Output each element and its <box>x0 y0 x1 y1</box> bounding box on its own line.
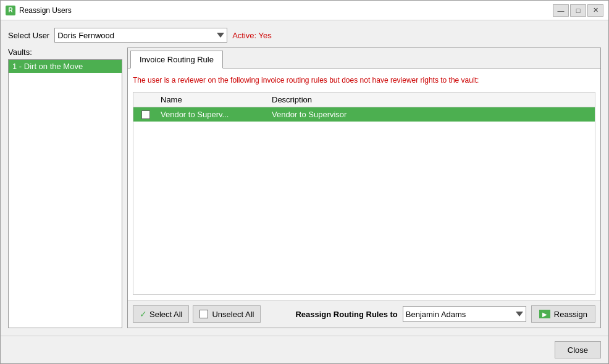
window-close-button[interactable]: ✕ <box>587 4 603 17</box>
user-select-dropdown[interactable]: Doris Fernwood Benjamin Adams <box>54 28 227 43</box>
footer: Close <box>1 336 608 363</box>
row-checkbox-cell <box>133 110 158 119</box>
tab-bar: Invoice Routing Rule <box>128 48 600 68</box>
bottom-buttons: ✓ Select All Unselect All <box>133 305 261 323</box>
reassign-routing-label: Reassign Routing Rules to <box>295 310 397 319</box>
bottom-bar: ✓ Select All Unselect All Reassign Routi… <box>128 300 600 328</box>
active-status: Active: Yes <box>232 31 272 40</box>
unselect-all-button[interactable]: Unselect All <box>193 305 261 323</box>
titlebar: R Reassign Users — □ ✕ <box>1 1 608 20</box>
select-all-button[interactable]: ✓ Select All <box>133 305 189 323</box>
reassign-button[interactable]: Reassign <box>531 305 595 323</box>
row-name: Vendor to Superv... <box>158 110 269 119</box>
tab-content: The user is a reviewer on the following … <box>128 68 600 300</box>
titlebar-controls: — □ ✕ <box>553 4 603 17</box>
row-checkbox[interactable] <box>141 110 150 119</box>
window-title: Reassign Users <box>19 6 553 15</box>
select-all-icon: ✓ <box>140 309 147 319</box>
reassign-icon <box>539 310 550 318</box>
select-user-label: Select User <box>8 31 49 40</box>
info-message: The user is a reviewer on the following … <box>133 73 595 87</box>
content-area: Select User Doris Fernwood Benjamin Adam… <box>1 20 608 336</box>
right-panel: Invoice Routing Rule The user is a revie… <box>127 48 601 328</box>
reassign-btn-label: Reassign <box>554 310 587 319</box>
rules-table: Name Description Vendor to Superv... Ven… <box>133 92 595 295</box>
reassign-area: Reassign Routing Rules to Benjamin Adams… <box>295 305 595 323</box>
table-header: Name Description <box>133 93 595 107</box>
vaults-label: Vaults: <box>8 48 122 57</box>
reassign-user-dropdown[interactable]: Benjamin Adams Doris Fernwood <box>403 306 526 322</box>
row-description: Vendor to Supervisor <box>269 110 595 119</box>
app-icon: R <box>6 6 15 15</box>
header-name-col: Name <box>158 95 269 104</box>
minimize-button[interactable]: — <box>553 4 569 17</box>
invoice-routing-tab[interactable]: Invoice Routing Rule <box>130 51 223 68</box>
header-check-col <box>133 95 158 104</box>
header-desc-col: Description <box>269 95 595 104</box>
vault-item[interactable]: 1 - Dirt on the Move <box>9 60 122 73</box>
main-area: Vaults: 1 - Dirt on the Move Invoice Rou… <box>8 48 601 328</box>
close-button[interactable]: Close <box>555 341 601 358</box>
main-window: R Reassign Users — □ ✕ Select User Doris… <box>0 0 609 364</box>
unselect-all-label: Unselect All <box>212 310 254 319</box>
user-select-row: Select User Doris Fernwood Benjamin Adam… <box>8 28 601 43</box>
select-all-label: Select All <box>149 310 182 319</box>
table-row[interactable]: Vendor to Superv... Vendor to Supervisor <box>133 107 595 122</box>
vaults-list: 1 - Dirt on the Move <box>8 59 122 328</box>
unselect-all-icon <box>200 310 208 318</box>
maximize-button[interactable]: □ <box>570 4 586 17</box>
vaults-panel: Vaults: 1 - Dirt on the Move <box>8 48 122 328</box>
